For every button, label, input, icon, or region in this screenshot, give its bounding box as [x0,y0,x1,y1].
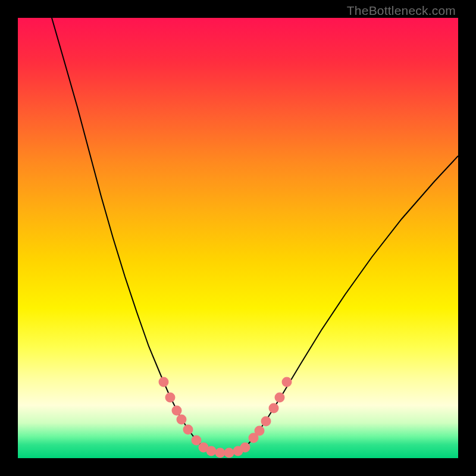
data-point [282,377,292,387]
data-point [172,406,182,416]
data-point [215,448,226,458]
data-point [177,415,187,425]
data-point [206,446,217,456]
bottleneck-curve [52,18,458,453]
data-point [240,443,250,453]
data-point [275,393,285,403]
watermark-text: TheBottleneck.com [347,4,456,18]
data-point [165,393,176,403]
dots-group [159,377,292,458]
data-point [192,436,202,446]
chart-frame: TheBottleneck.com [0,0,476,476]
plot-area [18,18,458,458]
data-point [261,416,271,427]
data-point [224,448,234,458]
curve-group [52,18,458,453]
data-point [255,426,265,436]
data-point [183,425,193,435]
data-point [269,403,279,414]
chart-svg [18,18,458,458]
data-point [159,377,169,387]
